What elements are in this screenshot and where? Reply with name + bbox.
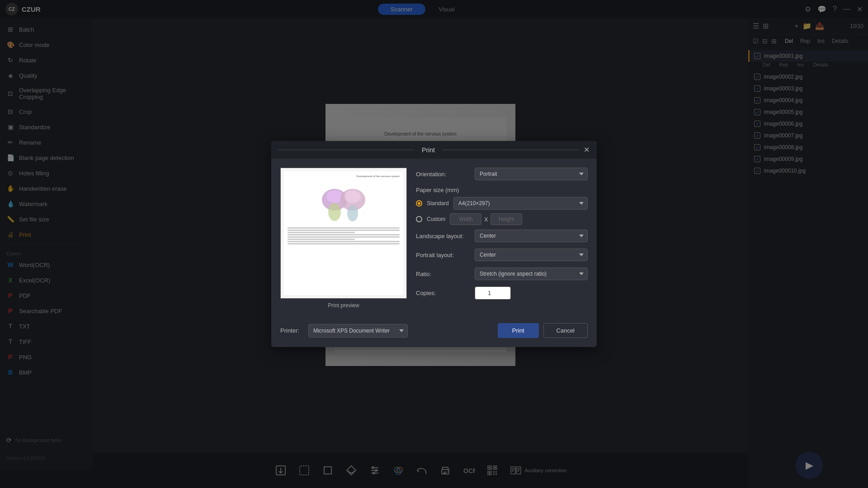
text-line: [288, 236, 400, 238]
footer-buttons: Print Cancel: [498, 323, 588, 338]
text-line: [288, 230, 400, 231]
cancel-button[interactable]: Cancel: [543, 323, 588, 338]
orientation-control: Portrait Landscape: [475, 168, 588, 180]
text-line: [288, 243, 400, 244]
landscape-layout-control: Center Left Right: [475, 230, 588, 242]
paper-size-label: Paper size (mm): [416, 187, 475, 193]
dialog-close-button[interactable]: ✕: [584, 145, 590, 154]
landscape-layout-row: Landscape layout: Center Left Right: [416, 230, 588, 242]
preview-doc-header: Development of the nervous system: [288, 175, 400, 178]
paper-size-section: Paper size (mm) Standard A4(210×297) A3 …: [416, 187, 588, 225]
preview-brain-image: [316, 179, 371, 225]
standard-label: Standard: [427, 200, 449, 206]
print-preview-label: Print preview: [280, 302, 407, 309]
portrait-layout-label: Portrait layout:: [416, 252, 475, 258]
text-line: [288, 227, 400, 229]
orientation-select[interactable]: Portrait Landscape: [475, 168, 588, 180]
modal-overlay: Print ✕ Development of the nervous syste…: [0, 0, 868, 488]
portrait-layout-row: Portrait layout: Center Left Right: [416, 249, 588, 261]
orientation-row: Orientation: Portrait Landscape: [416, 168, 588, 180]
printer-select[interactable]: Microsoft XPS Document Writer: [308, 324, 408, 338]
print-preview-panel: Development of the nervous system: [280, 168, 407, 309]
text-line: [288, 234, 400, 235]
portrait-layout-control: Center Left Right: [475, 249, 588, 261]
svg-point-75: [328, 203, 341, 221]
custom-radio[interactable]: [416, 216, 422, 222]
print-dialog: Print ✕ Development of the nervous syste…: [271, 141, 597, 347]
printer-select-wrapper: Microsoft XPS Document Writer: [308, 324, 408, 338]
text-line: [288, 239, 355, 240]
print-preview-image: Development of the nervous system: [280, 168, 407, 299]
copies-label: Copies:: [416, 290, 475, 296]
copies-row: Copies:: [416, 286, 588, 300]
copies-input[interactable]: [475, 286, 511, 300]
preview-text-lines: [288, 226, 400, 291]
print-options-panel: Orientation: Portrait Landscape Paper si…: [416, 168, 588, 309]
ratio-control: Stretch (ignore aspect ratio) Fit Fill: [475, 267, 588, 280]
ratio-select[interactable]: Stretch (ignore aspect ratio) Fit Fill: [475, 267, 588, 280]
dialog-footer: Printer: Microsoft XPS Document Writer P…: [271, 318, 597, 347]
svg-point-76: [347, 205, 358, 221]
orientation-label: Orientation:: [416, 171, 475, 178]
header-line-right: [442, 150, 578, 150]
copies-control: [475, 286, 588, 300]
preview-document: Development of the nervous system: [284, 171, 403, 295]
dialog-header: Print ✕: [271, 141, 597, 159]
portrait-layout-select[interactable]: Center Left Right: [475, 249, 588, 261]
dialog-body: Development of the nervous system: [271, 159, 597, 318]
ratio-row: Ratio: Stretch (ignore aspect ratio) Fit…: [416, 267, 588, 280]
custom-label: Custom: [427, 216, 445, 222]
svg-point-74: [344, 190, 361, 203]
landscape-layout-select[interactable]: Center Left Right: [475, 230, 588, 242]
standard-row: Standard A4(210×297) A3 Letter: [416, 197, 588, 210]
landscape-layout-label: Landscape layout:: [416, 233, 475, 239]
ratio-label: Ratio:: [416, 271, 475, 277]
text-line: [288, 232, 355, 233]
text-line: [288, 241, 400, 242]
dialog-title: Print: [415, 146, 442, 154]
standard-radio[interactable]: [416, 200, 422, 206]
height-input[interactable]: [491, 213, 522, 225]
header-line-left: [278, 150, 415, 150]
printer-label: Printer:: [280, 327, 299, 334]
custom-row: Custom x: [416, 213, 588, 225]
size-separator: x: [484, 215, 488, 223]
print-confirm-button[interactable]: Print: [498, 323, 539, 338]
custom-size-inputs: x: [450, 213, 522, 225]
paper-size-select[interactable]: A4(210×297) A3 Letter: [453, 197, 588, 210]
width-input[interactable]: [450, 213, 481, 225]
